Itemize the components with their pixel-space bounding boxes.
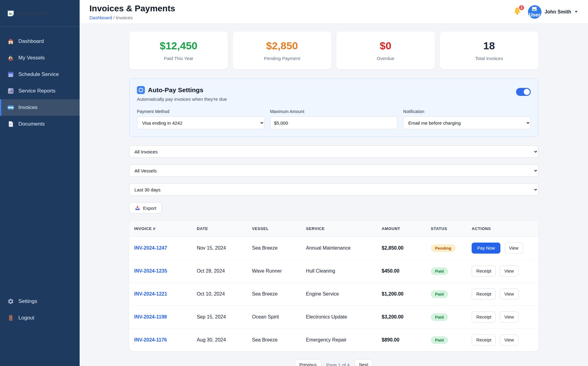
sidebar-item-my-vessels[interactable]: My Vessels	[0, 50, 80, 66]
sidebar-item-label: Documents	[18, 121, 45, 127]
date-cell: Oct 28, 2024	[192, 260, 247, 283]
sidebar-item-documents[interactable]: Documents	[0, 116, 80, 132]
stat-card-paid-this-year: $12,450 Paid This Year	[129, 32, 228, 69]
actions-cell: Receipt View	[467, 306, 538, 329]
page-title: Invoices & Payments	[89, 4, 175, 13]
payment-method-select[interactable]: Visa ending in 4242	[137, 116, 265, 129]
sidebar-item-label: Dashboard	[18, 38, 44, 44]
sidebar-item-label: Logout	[18, 315, 34, 321]
bar-chart-icon	[7, 88, 14, 94]
sidebar-item-service-reports[interactable]: Service Reports	[0, 83, 80, 99]
gear-icon	[7, 298, 14, 305]
service-cell: Engine Service	[301, 283, 377, 306]
main-area: Invoices & Payments Dashboard / Invoices…	[80, 0, 588, 366]
amount-cell: $450.00	[377, 260, 426, 283]
home-icon	[7, 38, 14, 45]
export-button[interactable]: Export	[129, 202, 162, 213]
invoice-number-cell: INV-2024-1176	[129, 329, 192, 352]
stat-label: Paid This Year	[135, 56, 222, 61]
status-badge: Paid	[431, 336, 448, 344]
breadcrumb-current: Invoices	[116, 15, 133, 20]
view-button[interactable]: View	[500, 266, 518, 277]
notification-select[interactable]: Email me before charging	[403, 116, 531, 129]
user-name: John Smith	[545, 9, 571, 15]
export-button-label: Export	[143, 206, 156, 211]
invoice-number-cell: INV-2024-1198	[129, 306, 192, 329]
breadcrumb-dashboard-link[interactable]: Dashboard	[89, 15, 112, 20]
autopay-panel: Auto-Pay Settings Automatically pay invo…	[129, 78, 538, 137]
column-header-status: STATUS	[426, 221, 467, 237]
amount-cell: $3,200.00	[377, 306, 426, 329]
invoice-link[interactable]: INV-2024-1221	[134, 291, 167, 296]
column-header-vessel: VESSEL	[247, 221, 301, 237]
invoice-row: INV-2024-1176 Aug 30, 2024 Sea Breeze Em…	[129, 329, 538, 352]
avatar: User	[528, 5, 541, 19]
view-button[interactable]: View	[500, 334, 518, 345]
autopay-toggle[interactable]	[516, 88, 531, 96]
page-info: Page 1 of 4	[326, 362, 350, 366]
table-header-row: INVOICE # DATE VESSEL SERVICE AMOUNT STA…	[129, 221, 538, 237]
sidebar-item-settings[interactable]: Settings	[0, 293, 80, 310]
receipt-button[interactable]: Receipt	[472, 266, 496, 277]
logo-alt-text: HarborSmith	[16, 10, 49, 17]
date-range-filter-select[interactable]: Last 30 days	[129, 183, 538, 196]
sidebar-item-logout[interactable]: Logout	[0, 310, 80, 326]
stat-value: $0	[342, 40, 429, 52]
view-button[interactable]: View	[500, 311, 518, 323]
status-cell: Paid	[426, 306, 467, 329]
column-header-service: SERVICE	[301, 221, 377, 237]
pay-now-button[interactable]: Pay Now	[472, 243, 500, 254]
date-cell: Oct 10, 2024	[192, 283, 247, 306]
actions-cell: Pay Now View	[467, 237, 538, 260]
invoice-status-filter-select[interactable]: All Invoices	[129, 145, 538, 158]
next-page-button[interactable]: Next	[355, 359, 373, 366]
notification-field-group: Notification Email me before charging	[403, 109, 531, 129]
stat-card-pending-payment: $2,850 Pending Payment	[233, 32, 331, 69]
door-icon	[7, 315, 14, 321]
content: $12,450 Paid This Year $2,850 Pending Pa…	[129, 24, 538, 366]
vessel-filter-select[interactable]: All Vessels	[129, 164, 538, 177]
invoice-link[interactable]: INV-2024-1247	[134, 245, 167, 251]
invoice-link[interactable]: INV-2024-1176	[134, 337, 167, 342]
vessel-cell: Sea Breeze	[247, 283, 301, 306]
receipt-button[interactable]: Receipt	[472, 334, 496, 345]
column-header-actions: ACTIONS	[467, 221, 538, 237]
invoice-link[interactable]: INV-2024-1198	[134, 314, 167, 319]
broken-image-icon	[7, 9, 15, 17]
status-badge: Paid	[431, 267, 448, 275]
status-badge: Pending	[431, 244, 456, 252]
service-cell: Annual Maintenance	[301, 237, 377, 260]
notifications-button[interactable]: 3	[513, 7, 522, 17]
invoice-row: INV-2024-1247 Nov 15, 2024 Sea Breeze An…	[129, 237, 538, 260]
sidebar: HarborSmith Dashboard My Vessels	[0, 0, 80, 366]
status-cell: Paid	[426, 283, 467, 306]
view-button[interactable]: View	[500, 289, 518, 300]
content-scroll: $12,450 Paid This Year $2,850 Pending Pa…	[80, 24, 588, 366]
invoice-number-cell: INV-2024-1235	[129, 260, 192, 283]
stat-label: Overdue	[342, 56, 429, 61]
amount-cell: $2,850.00	[377, 237, 426, 260]
maximum-amount-input[interactable]	[270, 116, 398, 129]
avatar-alt-text: User	[529, 12, 541, 18]
receipt-button[interactable]: Receipt	[472, 311, 496, 323]
sidebar-item-schedule-service[interactable]: Schedule Service	[0, 66, 80, 83]
payment-method-field-group: Payment Method Visa ending in 4242	[137, 109, 265, 129]
invoice-number-cell: INV-2024-1247	[129, 237, 192, 260]
breadcrumb-separator: /	[113, 15, 116, 20]
user-menu[interactable]: User John Smith	[528, 5, 578, 19]
view-button[interactable]: View	[504, 243, 523, 254]
maximum-amount-field-group: Maximum Amount	[270, 109, 398, 129]
topbar-right: 3 User John Smith	[513, 5, 578, 19]
sidebar-item-dashboard[interactable]: Dashboard	[0, 33, 80, 50]
date-cell: Nov 15, 2024	[192, 237, 247, 260]
broken-image-icon	[532, 7, 537, 11]
status-badge: Paid	[431, 313, 448, 321]
invoice-link[interactable]: INV-2024-1235	[134, 268, 167, 274]
stat-label: Total Invoices	[446, 56, 532, 61]
receipt-button[interactable]: Receipt	[472, 289, 496, 300]
previous-page-button[interactable]: Previous	[295, 359, 321, 366]
vessel-cell: Ocean Spirit	[247, 306, 301, 329]
notification-count-badge: 3	[518, 5, 525, 11]
sidebar-item-invoices[interactable]: Invoices	[0, 99, 80, 116]
amount-cell: $890.00	[377, 329, 426, 352]
